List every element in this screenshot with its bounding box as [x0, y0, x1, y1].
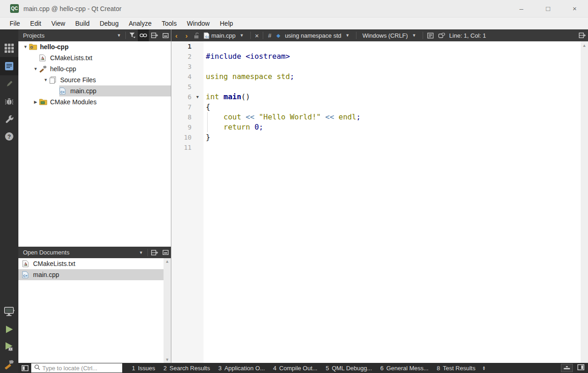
tree-item-source-files[interactable]: ▼Source Files	[18, 74, 171, 85]
overview-hash-icon[interactable]: #	[268, 32, 271, 39]
output-pane-label: Search Results	[170, 365, 210, 372]
kit-selector-icon[interactable]	[0, 303, 18, 321]
open-document-label: main.cpp	[33, 271, 59, 278]
line-number: 10	[171, 132, 192, 142]
fold-column	[192, 102, 204, 112]
scroll-up-icon[interactable]: ▲	[165, 259, 170, 264]
go-back-icon[interactable]: ‹	[171, 32, 181, 40]
tree-item-label: CMakeLists.txt	[50, 54, 92, 62]
close-panel-icon[interactable]	[160, 29, 171, 41]
line-ending-dropdown[interactable]: Windows (CRLF) ▼	[358, 29, 421, 41]
open-documents-title[interactable]: Open Documents	[18, 249, 136, 256]
debug-run-button-icon[interactable]	[0, 338, 18, 356]
open-document-main-cpp[interactable]: C+main.cpp	[18, 269, 164, 280]
fold-marker-icon[interactable]: ▼	[192, 92, 204, 102]
output-pane-application-o[interactable]: 3Application O...	[214, 363, 269, 373]
tree-item-hello-cpp[interactable]: ▼hello-cpp	[18, 63, 171, 74]
split-panel-icon[interactable]	[149, 29, 160, 41]
menu-build[interactable]: Build	[70, 17, 95, 29]
output-pane-issues[interactable]: 1Issues	[128, 363, 159, 373]
expander-icon[interactable]: ▼	[42, 78, 49, 82]
code-text	[204, 82, 206, 92]
code-text	[204, 62, 206, 72]
menu-edit[interactable]: Edit	[25, 17, 46, 29]
edit-mode-icon[interactable]	[0, 57, 18, 75]
toggle-left-sidebar-icon[interactable]	[18, 365, 31, 371]
output-pane-test-results[interactable]: 8Test Results	[433, 363, 480, 373]
tree-item-cmakelists-txt[interactable]: CMakeLists.txt	[18, 52, 171, 63]
output-pane-search-results[interactable]: 2Search Results	[159, 363, 214, 373]
code-line-6[interactable]: 6▼int main()	[171, 92, 581, 102]
expander-icon[interactable]: ▼	[22, 45, 29, 49]
editor-scrollbar[interactable]: ▲	[581, 41, 588, 363]
code-line-5[interactable]: 5	[171, 82, 581, 92]
symbol-dropdown[interactable]: ◆ using namespace std ▼	[274, 29, 354, 41]
open-document-label: CMakeLists.txt	[33, 260, 75, 267]
build-progress-icon[interactable]	[561, 364, 573, 372]
fold-column	[192, 41, 204, 51]
output-pane-sort-icon[interactable]: ▲▼	[482, 366, 486, 370]
code-line-9[interactable]: 9 return 0;	[171, 122, 581, 132]
code-line-7[interactable]: 7{	[171, 102, 581, 112]
line-number: 9	[171, 122, 192, 132]
locator-box[interactable]	[31, 363, 122, 373]
menu-file[interactable]: File	[5, 17, 25, 29]
menu-help[interactable]: Help	[215, 17, 238, 29]
panel-selector-dropdown-icon[interactable]: ▼	[136, 247, 147, 258]
output-pane-qml-debugg[interactable]: 5QML Debugg...	[322, 363, 376, 373]
menu-window[interactable]: Window	[182, 17, 215, 29]
file-properties-icon[interactable]	[436, 29, 447, 41]
text-encoding-icon[interactable]	[425, 29, 436, 41]
document-dropdown[interactable]: C+ main.cpp ▼	[201, 29, 249, 41]
code-line-3[interactable]: 3	[171, 62, 581, 72]
locator-input[interactable]	[42, 365, 111, 372]
tree-item-main-cpp[interactable]: C+main.cpp	[18, 85, 171, 96]
menu-analyze[interactable]: Analyze	[124, 17, 157, 29]
code-line-4[interactable]: 4using namespace std;	[171, 72, 581, 82]
menu-view[interactable]: View	[46, 17, 70, 29]
help-mode-icon[interactable]: ?	[0, 128, 18, 145]
code-line-11[interactable]: 11	[171, 142, 581, 153]
cpp-file-icon: C+	[59, 87, 68, 95]
close-document-icon[interactable]: ×	[253, 29, 261, 41]
output-pane-compile-out[interactable]: 4Compile Out...	[269, 363, 322, 373]
code-line-8[interactable]: 8 cout << "Hello World!" << endl;	[171, 112, 581, 122]
filter-icon[interactable]	[127, 29, 138, 41]
expander-icon[interactable]: ▼	[32, 67, 39, 71]
scroll-up-icon[interactable]: ▲	[582, 43, 587, 48]
panel-selector-dropdown-icon[interactable]: ▼	[113, 29, 124, 41]
tree-item-hello-cpp[interactable]: ▼hello-cpp	[18, 41, 171, 52]
code-line-1[interactable]: 1	[171, 41, 581, 51]
menu-debug[interactable]: Debug	[95, 17, 124, 29]
mode-sidebar: ?	[0, 29, 18, 373]
projects-mode-icon[interactable]	[0, 110, 18, 128]
run-button-icon[interactable]	[0, 321, 18, 338]
projects-panel-title[interactable]: Projects	[18, 32, 113, 39]
close-panel-icon[interactable]	[160, 247, 171, 258]
output-pane-number: 4	[273, 365, 277, 372]
scroll-down-icon[interactable]: ▼	[165, 357, 170, 362]
open-document-cmakelists-txt[interactable]: CMakeLists.txt	[18, 258, 164, 269]
open-documents-scrollbar[interactable]: ▲ ▼	[164, 258, 171, 363]
expander-icon[interactable]: ▶	[32, 100, 39, 104]
close-button[interactable]: ×	[561, 0, 588, 17]
tree-item-cmake-modules[interactable]: ▶CMake Modules	[18, 96, 171, 107]
toggle-right-sidebar-icon[interactable]	[577, 364, 584, 372]
code-line-2[interactable]: 2#include <iostream>	[171, 51, 581, 62]
output-pane-label: Issues	[138, 365, 155, 372]
debug-mode-icon[interactable]	[0, 93, 18, 110]
output-pane-general-mess[interactable]: 6General Mess...	[376, 363, 433, 373]
build-button-icon[interactable]	[0, 356, 18, 373]
split-editor-icon[interactable]	[577, 29, 588, 41]
fold-column	[192, 82, 204, 92]
welcome-mode-icon[interactable]	[0, 40, 18, 57]
minimize-button[interactable]: –	[508, 0, 535, 17]
code-editor[interactable]: 12#include <iostream>34using namespace s…	[171, 41, 581, 363]
sync-with-editor-icon[interactable]	[138, 29, 149, 41]
menu-tools[interactable]: Tools	[157, 17, 182, 29]
split-panel-icon[interactable]	[149, 247, 160, 258]
go-forward-icon[interactable]: ›	[181, 32, 192, 40]
cmake-file-icon	[22, 260, 30, 267]
maximize-button[interactable]: □	[535, 0, 561, 17]
code-line-10[interactable]: 10}	[171, 132, 581, 142]
